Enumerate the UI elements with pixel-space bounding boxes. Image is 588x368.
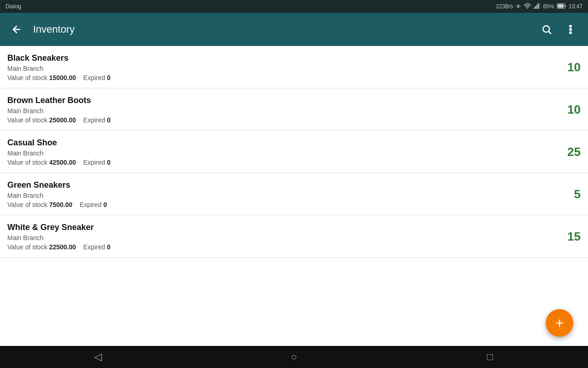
- search-button[interactable]: [537, 19, 557, 40]
- expired-value: 0: [107, 74, 111, 81]
- inventory-list: Black Sneakers Main Branch Value of stoc…: [0, 46, 588, 346]
- item-info: Green Sneakers Main Branch Value of stoc…: [7, 180, 558, 208]
- item-branch: Main Branch: [7, 150, 558, 157]
- expired-label: Expired: [83, 159, 105, 166]
- svg-rect-5: [539, 3, 540, 9]
- recent-nav-button[interactable]: □: [476, 348, 504, 366]
- item-name: Brown Leather Boots: [7, 96, 558, 105]
- app-bar: Inventory: [0, 13, 588, 46]
- item-branch: Main Branch: [7, 107, 558, 115]
- item-branch: Main Branch: [7, 192, 558, 199]
- item-details: Value of stock 25000.00 Expired 0: [7, 116, 558, 124]
- time-label: 13:47: [569, 3, 582, 10]
- svg-rect-1: [534, 7, 535, 9]
- app-bar-actions: [537, 19, 581, 40]
- item-details: Value of stock 15000.00 Expired 0: [7, 74, 558, 81]
- expired-label: Expired: [83, 74, 105, 81]
- expired-label: Expired: [80, 201, 102, 208]
- page-title: Inventory: [33, 23, 537, 35]
- network-speed: 223B/s: [496, 3, 513, 10]
- item-quantity: 10: [558, 60, 581, 75]
- add-item-fab[interactable]: +: [546, 309, 573, 337]
- app-name-label: Dialog: [6, 3, 21, 10]
- value-label: Value of stock: [7, 201, 47, 208]
- item-info: Black Sneakers Main Branch Value of stoc…: [7, 53, 558, 81]
- eye-icon: 👁: [516, 4, 521, 9]
- expired-value: 0: [107, 243, 111, 251]
- status-right: 223B/s 👁 85%: [496, 3, 582, 10]
- more-options-button[interactable]: [560, 19, 581, 40]
- svg-rect-2: [535, 6, 536, 9]
- item-value: 7500.00: [49, 201, 73, 208]
- add-icon: +: [555, 315, 564, 332]
- expired-label: Expired: [83, 243, 105, 251]
- expired-value: 0: [107, 159, 111, 166]
- item-name: Casual Shoe: [7, 138, 558, 148]
- battery-icon: [557, 3, 566, 10]
- item-branch: Main Branch: [7, 65, 558, 72]
- item-value: 42500.00: [49, 159, 76, 166]
- item-quantity: 5: [558, 187, 581, 201]
- inventory-item[interactable]: Green Sneakers Main Branch Value of stoc…: [0, 173, 588, 215]
- item-info: Brown Leather Boots Main Branch Value of…: [7, 96, 558, 124]
- item-value: 22500.00: [49, 243, 76, 251]
- item-details: Value of stock 42500.00 Expired 0: [7, 159, 558, 166]
- item-value: 15000.00: [49, 74, 76, 81]
- item-name: Green Sneakers: [7, 180, 558, 190]
- item-details: Value of stock 7500.00 Expired 0: [7, 201, 558, 208]
- svg-rect-4: [538, 3, 539, 9]
- svg-point-12: [570, 32, 571, 34]
- value-label: Value of stock: [7, 74, 47, 81]
- status-bar: Dialog 223B/s 👁 85%: [0, 0, 588, 13]
- svg-rect-3: [537, 5, 537, 9]
- inventory-item[interactable]: White & Grey Sneaker Main Branch Value o…: [0, 215, 588, 258]
- home-nav-button[interactable]: ○: [280, 348, 308, 366]
- value-label: Value of stock: [7, 243, 47, 251]
- back-nav-button[interactable]: ◁: [84, 348, 112, 366]
- inventory-item[interactable]: Casual Shoe Main Branch Value of stock 4…: [0, 131, 588, 173]
- item-details: Value of stock 22500.00 Expired 0: [7, 243, 558, 251]
- inventory-item[interactable]: Black Sneakers Main Branch Value of stoc…: [0, 46, 588, 88]
- item-value: 25000.00: [49, 116, 76, 124]
- bottom-navigation: ◁ ○ □: [0, 346, 588, 368]
- item-quantity: 10: [558, 103, 581, 117]
- value-label: Value of stock: [7, 159, 47, 166]
- svg-rect-8: [565, 5, 565, 7]
- svg-rect-7: [558, 4, 564, 8]
- expired-label: Expired: [83, 116, 105, 124]
- expired-value: 0: [103, 201, 107, 208]
- item-info: Casual Shoe Main Branch Value of stock 4…: [7, 138, 558, 166]
- svg-point-10: [570, 25, 571, 27]
- item-name: Black Sneakers: [7, 53, 558, 63]
- battery-percent: 85%: [543, 3, 554, 10]
- value-label: Value of stock: [7, 116, 47, 124]
- svg-point-0: [527, 8, 528, 9]
- item-name: White & Grey Sneaker: [7, 223, 558, 232]
- inventory-item[interactable]: Brown Leather Boots Main Branch Value of…: [0, 88, 588, 131]
- signal-icon: [534, 3, 540, 10]
- item-branch: Main Branch: [7, 234, 558, 242]
- svg-point-11: [570, 29, 571, 30]
- back-button[interactable]: [7, 20, 26, 39]
- expired-value: 0: [107, 116, 111, 124]
- item-quantity: 25: [558, 145, 581, 159]
- item-quantity: 15: [558, 230, 581, 244]
- item-info: White & Grey Sneaker Main Branch Value o…: [7, 223, 558, 251]
- wifi-icon: [524, 3, 531, 10]
